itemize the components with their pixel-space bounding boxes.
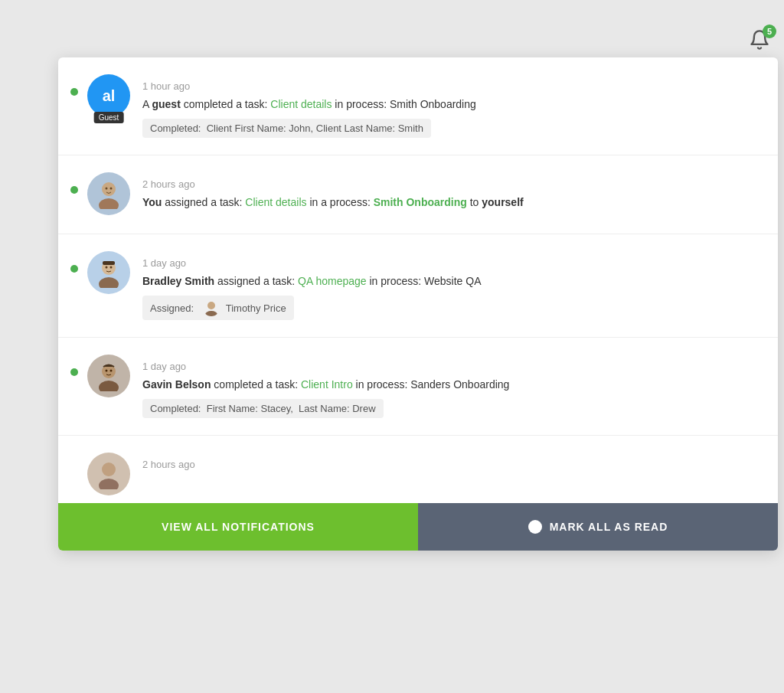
notif-tag: Assigned: Timothy Price bbox=[142, 296, 294, 320]
avatar-wrap bbox=[87, 172, 130, 215]
unread-indicator bbox=[70, 265, 78, 273]
notification-item: al Guest 1 hour ago A guest completed a … bbox=[58, 57, 778, 155]
svg-point-3 bbox=[110, 188, 113, 190]
bell-area: 5 bbox=[749, 29, 770, 54]
notif-time: 2 hours ago bbox=[142, 459, 763, 470]
page-wrapper: 5 al Guest 1 hour ago A guest completed … bbox=[0, 15, 784, 693]
notif-content: 2 hours ago You assigned a task: Client … bbox=[142, 178, 763, 217]
notification-item: 1 day ago Bradley Smith assigned a task:… bbox=[58, 234, 778, 338]
avatar bbox=[87, 172, 130, 215]
notif-text: Bradley Smith assigned a task: QA homepa… bbox=[142, 273, 763, 289]
notif-text: Gavin Belson completed a task: Client In… bbox=[142, 377, 763, 393]
avatar bbox=[87, 453, 130, 495]
avatar-wrap bbox=[87, 251, 130, 294]
svg-point-1 bbox=[99, 198, 119, 209]
avatar-wrap bbox=[87, 453, 130, 495]
bell-button[interactable]: 5 bbox=[749, 29, 770, 54]
notification-item: 2 hours ago You assigned a task: Client … bbox=[58, 155, 778, 234]
notif-content: 1 day ago Bradley Smith assigned a task:… bbox=[142, 257, 763, 320]
svg-point-0 bbox=[102, 182, 116, 196]
avatar-label: Guest bbox=[94, 112, 124, 123]
tag-avatar bbox=[203, 299, 220, 316]
notification-panel: al Guest 1 hour ago A guest completed a … bbox=[58, 57, 778, 551]
svg-point-2 bbox=[106, 188, 108, 190]
mark-read-label: MARK ALL AS READ bbox=[550, 521, 668, 533]
svg-rect-8 bbox=[103, 261, 115, 265]
unread-indicator bbox=[70, 368, 78, 376]
notif-content: 1 hour ago A guest completed a task: Cli… bbox=[142, 80, 763, 138]
avatar bbox=[87, 355, 130, 397]
view-all-button[interactable]: VIEW ALL NOTIFICATIONS bbox=[58, 503, 418, 551]
notif-time: 1 hour ago bbox=[142, 80, 763, 92]
unread-indicator bbox=[70, 88, 78, 96]
svg-point-6 bbox=[106, 266, 108, 269]
notification-badge: 5 bbox=[763, 25, 776, 38]
notification-item: 1 day ago Gavin Belson completed a task:… bbox=[58, 338, 778, 436]
svg-point-15 bbox=[102, 463, 116, 476]
avatar: al bbox=[87, 74, 130, 117]
read-circle-icon bbox=[528, 520, 542, 534]
notif-time: 2 hours ago bbox=[142, 178, 763, 190]
notifications-list: al Guest 1 hour ago A guest completed a … bbox=[58, 57, 778, 503]
avatar bbox=[87, 251, 130, 294]
notif-content: 2 hours ago bbox=[142, 459, 763, 475]
mark-all-read-button[interactable]: MARK ALL AS READ bbox=[418, 503, 778, 551]
svg-point-10 bbox=[205, 311, 217, 316]
svg-point-14 bbox=[110, 370, 113, 372]
notif-text: A guest completed a task: Client details… bbox=[142, 96, 763, 113]
notif-text: You assigned a task: Client details in a… bbox=[142, 194, 763, 211]
notification-item: 2 hours ago bbox=[58, 436, 778, 503]
svg-point-9 bbox=[207, 302, 215, 309]
notif-time: 1 day ago bbox=[142, 257, 763, 269]
unread-indicator bbox=[70, 186, 78, 194]
svg-point-16 bbox=[99, 479, 119, 489]
svg-point-7 bbox=[110, 266, 113, 269]
avatar-wrap: al Guest bbox=[87, 74, 130, 117]
notif-tag: Completed: First Name: Stacey, Last Name… bbox=[142, 399, 384, 418]
notif-tag: Completed: Client First Name: John, Clie… bbox=[142, 119, 431, 138]
svg-point-12 bbox=[99, 381, 119, 391]
svg-point-13 bbox=[106, 370, 108, 372]
svg-point-5 bbox=[99, 277, 119, 288]
bottom-actions: VIEW ALL NOTIFICATIONS MARK ALL AS READ bbox=[58, 503, 778, 551]
notif-time: 1 day ago bbox=[142, 361, 763, 372]
avatar-wrap bbox=[87, 355, 130, 397]
notif-content: 1 day ago Gavin Belson completed a task:… bbox=[142, 361, 763, 418]
